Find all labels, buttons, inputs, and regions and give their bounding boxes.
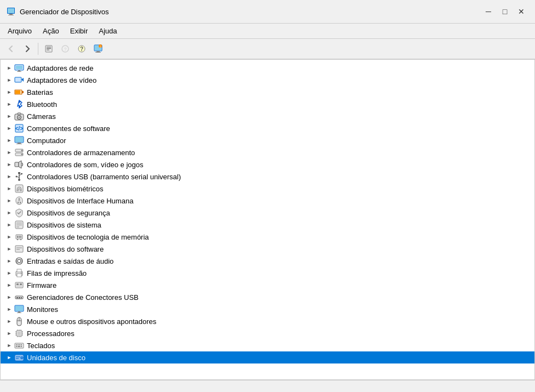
svg-marker-45	[19, 161, 21, 168]
tree-item-battery[interactable]: ►Baterias	[1, 86, 534, 98]
tree-arrow-usbcon[interactable]: ►	[5, 293, 14, 302]
tree-item-computer[interactable]: ►Computador	[1, 134, 534, 146]
device-tree[interactable]: ►Adaptadores de rede►Adaptadores de víde…	[1, 60, 534, 379]
tree-arrow-firmware[interactable]: ►	[5, 281, 14, 289]
svg-rect-61	[16, 226, 19, 228]
memory-icon	[14, 231, 25, 242]
svg-point-116	[21, 357, 22, 359]
tree-item-biometric[interactable]: ►Dispositivos biométricos	[1, 183, 534, 195]
svg-rect-21	[17, 71, 21, 72]
tree-item-software[interactable]: ►</>Componentes de software	[1, 122, 534, 134]
svg-marker-23	[21, 78, 24, 82]
tree-item-system[interactable]: ►Dispositivos de sistema	[1, 219, 534, 231]
tree-label-memory: Dispositivos de tecnologia de memória	[27, 233, 149, 241]
print-icon	[14, 268, 25, 279]
tree-item-bluetooth[interactable]: ►Bluetooth	[1, 98, 534, 110]
svg-text:</>: </>	[15, 126, 24, 132]
tree-item-security[interactable]: ►Dispositivos de segurança	[1, 207, 534, 219]
svg-rect-79	[20, 283, 22, 285]
menu-acao[interactable]: Ação	[37, 25, 65, 37]
tree-arrow-storage[interactable]: ►	[5, 148, 14, 157]
tree-label-monitor: Monitores	[27, 305, 58, 314]
tree-arrow-system[interactable]: ►	[5, 220, 14, 229]
tree-arrow-net[interactable]: ►	[5, 64, 14, 72]
tree-arrow-camera[interactable]: ►	[5, 112, 14, 121]
tree-item-cpu[interactable]: ►Processadores	[1, 327, 534, 339]
computer-icon	[14, 135, 25, 146]
tree-arrow-bluetooth[interactable]: ►	[5, 100, 14, 109]
tree-item-print[interactable]: ►Filas de impressão	[1, 267, 534, 279]
tree-item-softdev[interactable]: ►Dispositivos do software	[1, 243, 534, 255]
svg-rect-78	[16, 283, 19, 285]
status-bar	[0, 380, 535, 392]
svg-rect-80	[16, 286, 22, 287]
tree-item-sound[interactable]: ►Controladores de som, vídeo e jogos	[1, 158, 534, 171]
tree-label-mouse: Mouse e outros dispositivos apontadores	[27, 317, 156, 326]
svg-rect-108	[19, 344, 20, 345]
tree-arrow-sound[interactable]: ►	[5, 160, 14, 169]
tree-arrow-disk[interactable]: ►	[5, 353, 14, 362]
update-driver-button[interactable]: ?	[58, 41, 73, 56]
tree-arrow-softdev[interactable]: ►	[5, 245, 14, 253]
back-button[interactable]	[3, 41, 19, 56]
tree-item-firmware[interactable]: ►Firmware	[1, 279, 534, 291]
tree-item-usbcon[interactable]: ►Gerenciadores de Conectores USB	[1, 291, 534, 303]
tree-arrow-battery[interactable]: ►	[5, 88, 14, 96]
tree-arrow-security[interactable]: ►	[5, 208, 14, 217]
tree-arrow-hid[interactable]: ►	[5, 196, 14, 205]
svg-rect-74	[17, 274, 21, 277]
tree-arrow-memory[interactable]: ►	[5, 232, 14, 241]
tree-arrow-cpu[interactable]: ►	[5, 329, 14, 338]
tree-arrow-monitor[interactable]: ►	[5, 305, 14, 314]
tree-label-biometric: Dispositivos biométricos	[27, 185, 103, 193]
svg-rect-82	[16, 297, 18, 298]
menu-exibir[interactable]: Exibir	[65, 25, 94, 37]
svg-rect-118	[16, 358, 19, 359]
minimize-button[interactable]: ─	[481, 4, 496, 19]
tree-arrow-usb[interactable]: ►	[5, 172, 14, 181]
svg-text:?: ?	[80, 46, 83, 52]
monitor-icon	[14, 304, 25, 315]
forward-button[interactable]	[20, 41, 35, 56]
tree-item-hid[interactable]: ►Dispositivos de Interface Humana	[1, 195, 534, 207]
tree-arrow-mouse[interactable]: ►	[5, 317, 14, 326]
tree-item-audio[interactable]: ►Entradas e saídas de áudio	[1, 255, 534, 267]
tree-label-firmware: Firmware	[27, 281, 56, 289]
tree-arrow-print[interactable]: ►	[5, 269, 14, 277]
tree-arrow-computer[interactable]: ►	[5, 136, 14, 145]
sound-icon	[14, 159, 25, 170]
tree-item-net[interactable]: ►Adaptadores de rede	[1, 62, 534, 74]
svg-rect-110	[16, 346, 17, 347]
scan-changes-button[interactable]: !	[90, 41, 106, 56]
svg-point-55	[19, 198, 20, 200]
tree-item-monitor[interactable]: ►Monitores	[1, 303, 534, 315]
tree-item-usb[interactable]: ►Controladores USB (barramento serial un…	[1, 171, 534, 183]
menu-ajuda[interactable]: Ajuda	[93, 25, 122, 37]
tree-item-memory[interactable]: ►Dispositivos de tecnologia de memória	[1, 231, 534, 243]
svg-point-71	[16, 258, 22, 264]
tree-item-disk[interactable]: ►Unidades de disco	[1, 351, 534, 363]
svg-rect-109	[21, 344, 22, 345]
tree-arrow-biometric[interactable]: ►	[5, 184, 14, 193]
tree-item-mouse[interactable]: ►Mouse e outros dispositivos apontadores	[1, 315, 534, 327]
biometric-icon	[14, 183, 25, 194]
svg-rect-25	[22, 91, 24, 93]
tree-arrow-video[interactable]: ►	[5, 76, 14, 84]
window-title: Gerenciador de Dispositivos	[20, 8, 477, 16]
tree-label-keyboard: Teclados	[27, 342, 55, 350]
menu-arquivo[interactable]: Arquivo	[2, 25, 37, 37]
firmware-icon	[14, 280, 25, 291]
disk-icon	[14, 352, 25, 363]
tree-item-video[interactable]: ►Adaptadores de vídeo	[1, 74, 534, 86]
tree-item-camera[interactable]: ►Câmeras	[1, 110, 534, 122]
help-button[interactable]: ?	[74, 41, 89, 56]
svg-rect-56	[18, 201, 20, 201]
tree-arrow-audio[interactable]: ►	[5, 257, 14, 265]
close-button[interactable]: ✕	[514, 4, 528, 19]
tree-arrow-software[interactable]: ►	[5, 124, 14, 133]
tree-arrow-keyboard[interactable]: ►	[5, 341, 14, 350]
show-properties-button[interactable]	[41, 41, 56, 56]
maximize-button[interactable]: □	[498, 4, 512, 19]
tree-item-keyboard[interactable]: ►Teclados	[1, 339, 534, 351]
tree-item-storage[interactable]: ►Controladores de armazenamento	[1, 146, 534, 158]
